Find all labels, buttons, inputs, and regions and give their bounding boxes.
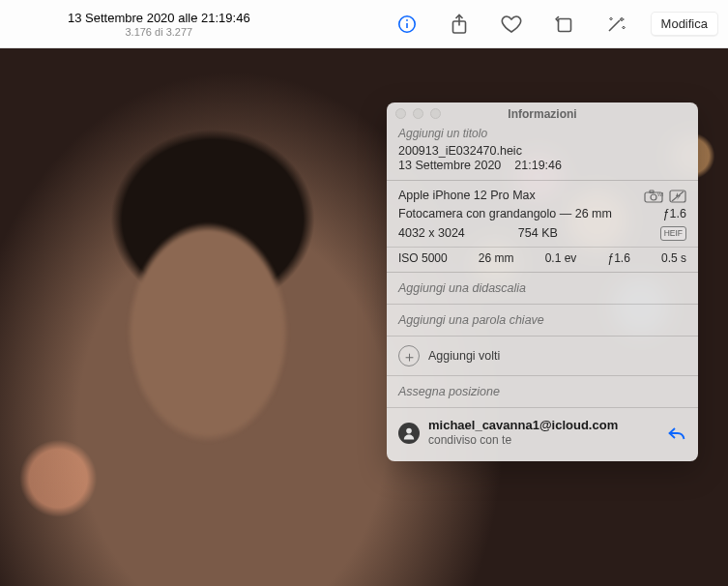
svg-rect-7	[650, 190, 654, 192]
add-keyword-input[interactable]: Aggiungi una parola chiave	[387, 305, 698, 337]
toolbar-title-block: 13 Settembre 2020 alle 21:19:46 3.176 di…	[68, 11, 250, 38]
photo-date-title: 13 Settembre 2020 alle 21:19:46	[68, 11, 250, 25]
info-button[interactable]	[390, 10, 424, 39]
info-panel-titlebar[interactable]: Informazioni	[387, 103, 698, 126]
camera-meta-section: Apple iPhone 12 Pro Max WB Fotocamera co…	[387, 180, 698, 273]
window-zoom-icon[interactable]	[430, 108, 441, 119]
shared-with-row[interactable]: michael_cavanna1@icloud.com condiviso co…	[387, 408, 698, 459]
window-minimize-icon[interactable]	[413, 108, 423, 119]
shared-subtitle: condiviso con te	[428, 433, 618, 448]
info-panel: Informazioni Aggiungi un titolo 200913_i…	[387, 103, 698, 461]
person-icon	[402, 426, 416, 440]
plus-icon[interactable]: ＋	[398, 345, 420, 366]
exif-iso: ISO 5000	[398, 251, 448, 265]
lens-label: Fotocamera con grandangolo — 26 mm	[398, 205, 612, 223]
info-panel-title: Informazioni	[508, 107, 576, 121]
dimensions-label: 4032 x 3024	[398, 224, 465, 243]
add-faces-label: Aggiungi volti	[428, 349, 500, 363]
add-caption-input[interactable]: Aggiungi una didascalia	[387, 273, 698, 305]
device-label: Apple iPhone 12 Pro Max	[398, 187, 536, 205]
exif-row: ISO 5000 26 mm 0.1 ev ƒ1.6 0.5 s	[398, 251, 686, 266]
flash-off-icon	[669, 190, 686, 203]
assign-location-input[interactable]: Assegna posizione	[387, 376, 698, 408]
format-badge: HEIF	[660, 226, 686, 241]
svg-rect-4	[558, 18, 570, 31]
reply-icon	[667, 425, 686, 441]
filename-label: 200913_iE032470.heic	[398, 143, 686, 158]
auto-enhance-button[interactable]	[598, 10, 633, 39]
svg-point-11	[406, 428, 412, 434]
exif-shutter: 0.5 s	[661, 251, 686, 265]
window-close-icon[interactable]	[395, 108, 406, 119]
favorite-button[interactable]	[494, 10, 529, 39]
info-icon	[397, 15, 417, 34]
time-value: 21:19:46	[514, 159, 562, 172]
shared-text: michael_cavanna1@icloud.com condiviso co…	[428, 418, 618, 448]
exif-ev: 0.1 ev	[545, 251, 577, 265]
heart-icon	[501, 15, 522, 34]
window-controls[interactable]	[395, 108, 441, 119]
reply-button[interactable]	[667, 425, 686, 441]
svg-text:WB: WB	[657, 190, 663, 196]
photo-content	[77, 193, 338, 542]
shared-email: michael_cavanna1@icloud.com	[428, 418, 618, 433]
rotate-button[interactable]	[546, 10, 581, 39]
rotate-icon	[554, 15, 573, 34]
magic-wand-icon	[605, 15, 626, 34]
datetime-label: 13 Settembre 2020 21:19:46	[398, 158, 686, 180]
edit-button[interactable]: Modifica	[651, 12, 718, 36]
svg-point-6	[651, 194, 656, 200]
aperture-top: ƒ1.6	[663, 205, 686, 223]
date-value: 13 Settembre 2020	[398, 159, 501, 172]
add-faces-row[interactable]: ＋ Aggiungi volti	[387, 337, 698, 376]
svg-point-2	[406, 19, 408, 21]
exif-focal: 26 mm	[479, 251, 514, 265]
exif-aperture: ƒ1.6	[607, 251, 629, 265]
photo-counter: 3.176 di 3.277	[125, 26, 192, 38]
toolbar: 13 Settembre 2020 alle 21:19:46 3.176 di…	[0, 0, 728, 48]
add-title-input[interactable]: Aggiungi un titolo	[398, 126, 686, 143]
avatar	[398, 423, 420, 444]
camera-wb-icon: WB	[644, 190, 663, 203]
share-button[interactable]	[442, 10, 477, 39]
filesize-label: 754 KB	[518, 224, 558, 243]
toolbar-actions: Modifica	[390, 10, 718, 39]
share-icon	[450, 14, 469, 35]
